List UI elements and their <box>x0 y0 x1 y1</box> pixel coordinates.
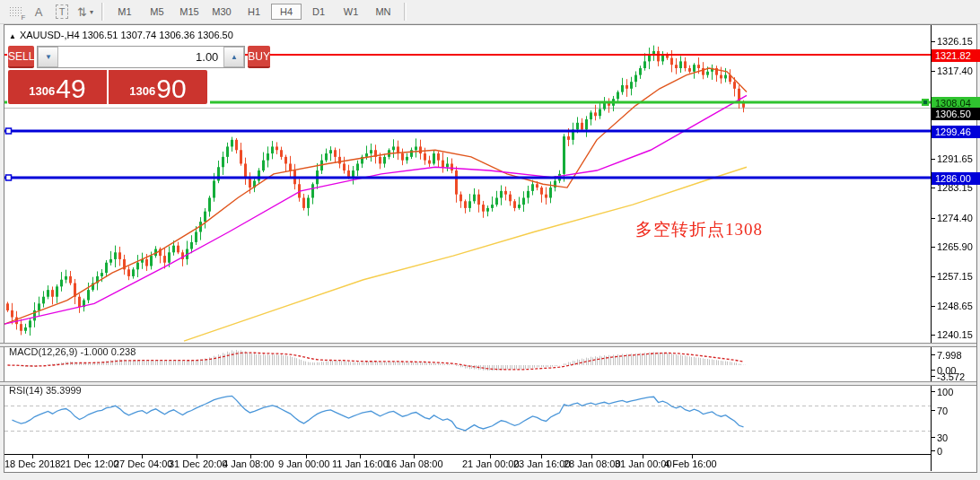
macd-value: -1.000 <box>80 346 108 357</box>
rsi-scale-label: 100 <box>937 387 953 397</box>
time-axis-label: 28 Jan 08:00 <box>564 458 621 469</box>
macd-label: MACD(12,26,9) -1.000 0.238 <box>9 346 136 357</box>
rsi-scale-dash <box>932 450 935 451</box>
tf-button-w1[interactable]: W1 <box>336 4 366 20</box>
price-tick-label: 1257.15 <box>937 271 973 282</box>
price-tick-dash <box>932 335 935 336</box>
rsi-scale-label: 30 <box>937 432 948 443</box>
rsi-value: 35.3999 <box>46 385 82 396</box>
toolbar-separator <box>101 3 104 21</box>
time-axis-label: 27 Dec 04:00 <box>114 458 172 469</box>
rsi-scale-label: 0 <box>937 446 942 457</box>
window-border-bottom <box>4 472 977 473</box>
macd-signal-value: 0.238 <box>111 346 136 357</box>
macd-scale-dash <box>932 370 935 371</box>
macd-scale-dash <box>932 354 935 355</box>
time-axis-label: 9 Jan 00:00 <box>278 458 330 469</box>
macd-scale-label: -3.572 <box>937 371 965 382</box>
buy-price-quote[interactable]: 1306 90 <box>109 70 207 104</box>
time-axis-label: 11 Jan 16:00 <box>332 458 389 469</box>
macd-scale-label: 7.998 <box>937 350 962 361</box>
time-axis-label: 21 Dec 12:00 <box>60 458 118 469</box>
fibo-grid-icon[interactable]: F <box>4 3 26 21</box>
price-tick-label: 1291.65 <box>937 153 973 164</box>
tf-button-h4[interactable]: H4 <box>271 4 302 20</box>
rsi-scale-dash <box>932 437 935 438</box>
price-tick-dash <box>932 247 935 248</box>
time-axis-label: 16 Jan 08:00 <box>386 458 443 469</box>
tf-button-m15[interactable]: M15 <box>174 4 205 20</box>
tf-button-d1[interactable]: D1 <box>303 4 334 20</box>
volume-input[interactable] <box>58 47 223 67</box>
time-axis-label: 31 Dec 20:00 <box>169 458 227 469</box>
chart-annotation-text: 多空转折点1308 <box>635 218 763 241</box>
price-tick-label: 1240.15 <box>937 329 973 340</box>
price-tick-label: 1317.40 <box>937 65 973 76</box>
arrows-icon[interactable]: ⇅▾ <box>74 3 96 21</box>
time-axis-label: 21 Jan 00:00 <box>462 458 520 469</box>
buy-button[interactable]: BUY <box>248 46 270 68</box>
sell-price-base: 1306 <box>29 81 55 102</box>
text-label-icon[interactable]: A <box>28 3 49 21</box>
macd-scale-dash <box>932 376 935 377</box>
price-tick-dash <box>932 159 935 160</box>
price-tick-dash <box>932 276 935 277</box>
volume-decrease-button[interactable]: ▼ <box>38 47 58 67</box>
tf-button-m1[interactable]: M1 <box>109 4 140 20</box>
chevron-down-icon[interactable]: ▾ <box>90 8 93 16</box>
tf-button-mn[interactable]: MN <box>368 4 398 20</box>
time-axis-label: 23 Jan 16:00 <box>513 458 571 469</box>
timeframe-buttons: M1M5M15M30H1H4D1W1MN <box>109 0 399 23</box>
toolbar-separator <box>404 3 407 21</box>
tf-button-m5[interactable]: M5 <box>142 4 172 20</box>
pane-splitter-macd[interactable] <box>0 343 976 347</box>
rsi-scale-dash <box>932 410 935 411</box>
symbol-info: ▲XAUUSD-,H4 1306.51 1307.74 1306.36 1306… <box>9 30 233 40</box>
sell-price-pips: 49 <box>56 75 85 102</box>
rsi-scale-dash <box>932 391 935 392</box>
toolbar: F A T ⇅▾ M1M5M15M30H1H4D1W1MN <box>0 0 980 24</box>
one-click-trading-panel: SELL ▼ ▲ BUY 1306 49 1306 90 <box>7 45 210 105</box>
mt4-window: F A T ⇅▾ M1M5M15M30H1H4D1W1MN ▲XAUUSD-,H… <box>0 0 980 480</box>
buy-price-base: 1306 <box>129 81 155 102</box>
pane-splitter-rsi[interactable] <box>0 381 976 386</box>
time-axis-label: 4 Jan 08:00 <box>223 458 275 469</box>
tf-button-m30[interactable]: M30 <box>206 4 237 20</box>
price-tick-dash <box>932 218 935 219</box>
price-line-badge: 1286.00 <box>932 172 980 185</box>
tf-button-h1[interactable]: H1 <box>239 4 269 20</box>
price-tick-label: 1265.90 <box>937 241 973 252</box>
price-line-badge: 1306.50 <box>932 108 980 120</box>
price-tick-label: 1326.15 <box>937 36 973 47</box>
window-border-right <box>976 24 977 472</box>
price-line-badge: 1299.46 <box>932 126 980 138</box>
price-tick-dash <box>932 71 935 72</box>
time-axis-label: 4 Feb 16:00 <box>664 458 717 469</box>
buy-price-pips: 90 <box>156 75 186 102</box>
price-tick-dash <box>932 41 935 42</box>
sell-price-quote[interactable]: 1306 49 <box>8 70 107 104</box>
price-tick-label: 1274.40 <box>937 213 973 223</box>
rsi-scale-label: 70 <box>937 406 948 416</box>
sell-button[interactable]: SELL <box>8 46 34 68</box>
rsi-label: RSI(14) 35.3999 <box>9 385 82 396</box>
time-axis-label: 18 Dec 2018 <box>4 458 60 469</box>
symbol-triangle-icon: ▲ <box>9 32 16 40</box>
price-tick-dash <box>932 188 935 188</box>
volume-increase-button[interactable]: ▲ <box>223 47 244 67</box>
price-tick-dash <box>932 306 935 307</box>
price-tick-label: 1248.65 <box>937 301 973 311</box>
price-line-badge: 1321.82 <box>932 49 980 62</box>
text-box-icon[interactable]: T <box>51 3 73 21</box>
